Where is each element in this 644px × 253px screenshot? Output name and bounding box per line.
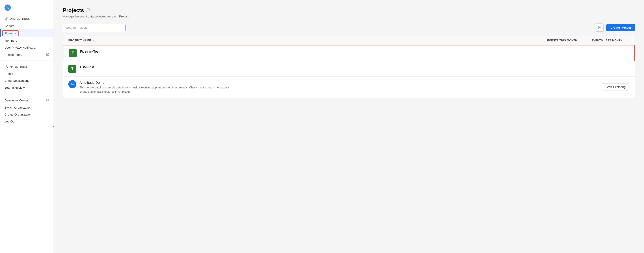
projects-table: PROJECT NAME ⇅ Events this month Events … (63, 36, 635, 98)
sidebar-item-label: User Privacy Notificati... (4, 46, 36, 49)
person-icon (4, 65, 8, 68)
sidebar-item-create-org[interactable]: Create Organization (0, 111, 54, 118)
bottom-section: Developer Center Switch Organization Cre… (0, 93, 54, 127)
my-settings-header: MY SETTINGS (0, 64, 54, 70)
sidebar-item-label: Profile (4, 72, 13, 75)
sidebar-item-label: Members (4, 39, 17, 42)
org-settings-section: ORG SETTINGS General Projects Members Us… (0, 12, 54, 60)
sidebar-item-switch-org[interactable]: Switch Organization (0, 104, 54, 111)
start-exploring-button[interactable]: Start Exploring (602, 83, 630, 90)
svg-point-0 (6, 18, 7, 19)
collapse-button[interactable]: ‹ (51, 124, 54, 129)
sidebar-item-label: Switch Organization (4, 106, 31, 109)
project-cell: F Fivetran-Test (69, 49, 539, 57)
page-title: Projects (63, 7, 84, 13)
create-project-button[interactable]: Create Project (606, 24, 635, 31)
external-link-icon (46, 98, 49, 102)
sidebar-item-label: Developer Center (4, 99, 28, 102)
search-input[interactable] (63, 24, 126, 31)
external-link-icon (46, 53, 49, 57)
col-project-name: PROJECT NAME ⇅ (68, 39, 540, 42)
export-button[interactable] (596, 23, 604, 31)
active-indicator (1, 29, 1, 37)
page-subtitle: Manage the event data collected for each… (63, 15, 635, 18)
events-this-month: - (539, 51, 584, 55)
project-name: TSM-Test (80, 65, 94, 69)
project-name: Fivetran-Test (80, 49, 100, 54)
sidebar-item-label: Year In Review (4, 86, 25, 89)
amplitude-icon (70, 82, 75, 87)
table-row[interactable]: Amplitude Demo This demo contains exampl… (63, 77, 635, 98)
project-desc: This demo contains example data from a m… (80, 85, 236, 94)
sidebar-item-label: Create Organization (4, 113, 32, 116)
sidebar-item-profile[interactable]: Profile (0, 70, 54, 77)
page-header: Projects i (63, 7, 635, 13)
table-row-fivetran: F Fivetran-Test - - (64, 45, 634, 61)
events-last-month: - (584, 51, 629, 55)
amplitude-logo (68, 80, 76, 88)
sidebar-item-label: Pricing Plans (4, 53, 22, 56)
org-settings-header: ORG SETTINGS (0, 16, 54, 22)
col-events-last-month: Events Last Month (584, 39, 630, 42)
org-settings-label: ORG SETTINGS (10, 17, 30, 20)
amplitude-info: Amplitude Demo This demo contains exampl… (80, 80, 599, 94)
my-settings-section: MY SETTINGS Profile Email Notifications … (0, 60, 54, 93)
org-header: A (0, 0, 54, 12)
sidebar-item-pricing[interactable]: Pricing Plans (0, 51, 54, 58)
projects-highlight-box: Projects (2, 30, 18, 36)
my-settings-label: MY SETTINGS (10, 65, 28, 68)
sidebar-item-email-notifications[interactable]: Email Notifications (0, 77, 54, 84)
table-row[interactable]: F Fivetran-Test - - (63, 45, 635, 61)
events-this-month: - (540, 67, 584, 70)
toolbar: Create Project (63, 23, 635, 31)
sidebar-item-general[interactable]: General (0, 22, 54, 29)
sidebar: ‹ A ORG SETTINGS General Projects Member… (0, 0, 54, 253)
events-last-month: - (584, 67, 630, 70)
sidebar-item-members[interactable]: Members (0, 37, 54, 44)
col-events-this-month: Events this month (540, 39, 584, 42)
table-row[interactable]: T TSM-Test - - (63, 61, 635, 77)
settings-icon (4, 17, 8, 20)
project-cell: T TSM-Test (68, 65, 540, 73)
project-name: Amplitude Demo (80, 80, 599, 85)
sidebar-item-user-privacy[interactable]: User Privacy Notificati... (0, 44, 54, 51)
sidebar-item-label: Email Notifications (4, 79, 29, 82)
sidebar-item-label: Log Out (4, 120, 15, 123)
sidebar-item-label: General (4, 24, 15, 27)
project-icon-f: F (69, 49, 77, 57)
main-content: Projects i Manage the event data collect… (54, 0, 644, 253)
svg-point-1 (6, 66, 7, 67)
sidebar-item-year-in-review[interactable]: Year In Review (0, 84, 54, 91)
project-icon-t: T (68, 65, 76, 73)
collapse-icon: ‹ (53, 125, 54, 128)
export-icon (598, 26, 602, 29)
sidebar-item-projects[interactable]: Projects (0, 29, 54, 37)
sort-icon[interactable]: ⇅ (93, 39, 95, 42)
avatar: A (4, 4, 11, 11)
sidebar-item-label: Projects (5, 31, 16, 35)
sidebar-item-log-out[interactable]: Log Out (0, 118, 54, 125)
table-header: PROJECT NAME ⇅ Events this month Events … (63, 36, 635, 45)
info-icon[interactable]: i (86, 8, 90, 12)
sidebar-item-developer-center[interactable]: Developer Center (0, 97, 54, 104)
